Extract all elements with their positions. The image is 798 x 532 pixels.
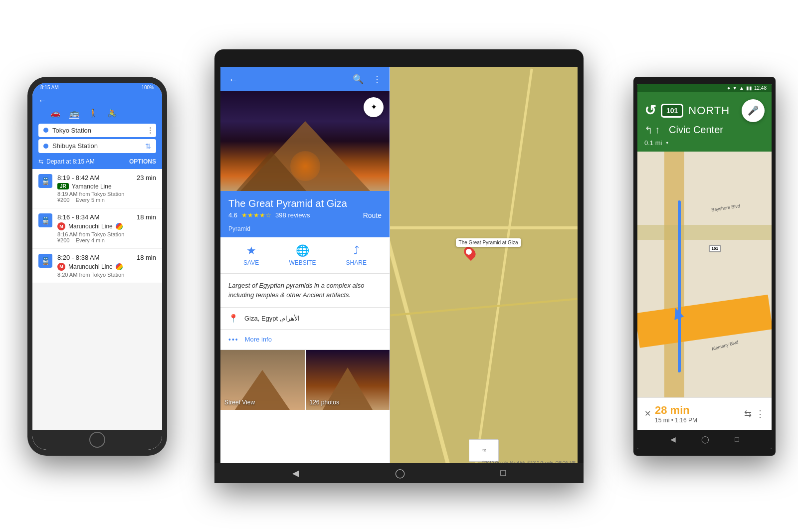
line-name-2: Marunouchi Line — [68, 223, 113, 230]
tablet-screen: ← 🔍 ⋮ ✦ The Great Pyramid at Giza — [220, 67, 578, 466]
route-options-button[interactable]: ⇆ — [744, 408, 752, 419]
distance-value: 0.1 mi — [644, 139, 662, 147]
distance-row: 0.1 mi • — [644, 139, 765, 147]
street-row: ↰ ↑ Civic Center — [644, 124, 765, 136]
car-mode-icon[interactable]: 🚗 — [50, 108, 60, 119]
map-road-1 — [390, 80, 450, 466]
website-button[interactable]: 🌐 WEBSITE — [289, 244, 316, 266]
route-time-row-2: 8:16 - 8:34 AM 18 min — [57, 213, 156, 221]
more-nav-options[interactable]: ⋮ — [756, 408, 765, 419]
place-name: The Great Pyramid at Giza — [228, 198, 382, 209]
route-item-3[interactable]: 🚆 8:20 - 8:38 AM 18 min M Marunouchi Lin… — [32, 249, 162, 283]
alemany-label: Alemany Blvd — [711, 340, 739, 352]
share-icon: ⤴ — [354, 244, 359, 257]
route-dur-1: 23 min — [137, 174, 156, 181]
origin-text: Tokyo Station — [52, 127, 144, 134]
transit-mode-icon[interactable]: 🚌 — [69, 108, 79, 119]
nav-highway-road — [637, 295, 772, 348]
direction-cardinal: NORTH — [688, 104, 737, 117]
route-item-1[interactable]: 🚆 8:19 - 8:42 AM 23 min JR Yamanote Line… — [32, 169, 162, 208]
iphone-home-area — [32, 430, 162, 450]
stars-icon: ★★★★☆ — [241, 211, 271, 219]
map-marker — [465, 246, 475, 259]
m-badge-3: M — [57, 263, 65, 271]
tablet-top-bar: ← 🔍 ⋮ — [220, 67, 390, 91]
route-times-3: 8:20 - 8:38 AM — [57, 254, 100, 261]
route-detail-1: 8:19 - 8:42 AM 23 min JR Yamanote Line 8… — [57, 174, 156, 203]
m-badge-2: M — [57, 222, 65, 230]
android-recents-button[interactable]: □ — [735, 435, 739, 443]
iphone-time: 8:15 AM — [40, 85, 59, 90]
tablet-nav-bar: ◀ ◯ □ — [214, 463, 584, 483]
android-nav-bar: ◀ ◯ □ — [637, 430, 772, 449]
place-info-header: The Great Pyramid at Giza 4.6 ★★★★☆ 398 … — [220, 191, 390, 223]
android-wifi-icon: ▼ — [732, 85, 737, 91]
tablet-map[interactable]: The Great Pyramid at Giza 🗺 ©2015 Google… — [390, 67, 578, 466]
bayshore-label: Bayshore Blvd — [711, 203, 741, 212]
route-dur-3: 18 min — [137, 254, 156, 261]
street-name-area: Civic Center — [669, 124, 765, 136]
navigation-map[interactable]: Bayshore Blvd Alemany Blvd 101 — [637, 152, 772, 397]
route-separator — [150, 127, 151, 134]
more-info-label: More info — [245, 336, 272, 343]
route-price-freq-2: ¥200 Every 4 min — [57, 237, 156, 243]
route-button[interactable]: Route — [363, 211, 382, 219]
route-item-2[interactable]: 🚆 8:16 - 8:34 AM 18 min M Marunouchi Lin… — [32, 208, 162, 249]
eta-time: 28 min — [655, 404, 740, 417]
place-address-row: 📍 Giza, Egypt ,الأهرام — [220, 308, 390, 330]
place-rating-row: 4.6 ★★★★☆ 398 reviews Route — [228, 211, 382, 219]
photo-strip: Street View 126 photos — [220, 350, 390, 410]
android-time: 12:48 — [754, 85, 767, 91]
destination-field[interactable]: Shibuya Station ⇅ — [38, 139, 156, 153]
route-detail-3: 8:20 - 8:38 AM 18 min M Marunouchi Line … — [57, 254, 156, 278]
nav-eta-bar: ✕ 28 min 15 mi • 1:16 PM ⇆ ⋮ — [637, 397, 772, 430]
android-home-button[interactable]: ◯ — [701, 435, 709, 443]
more-options-icon[interactable]: ⋮ — [373, 74, 382, 85]
search-icon[interactable]: 🔍 — [353, 74, 364, 85]
origin-field[interactable]: Tokyo Station — [38, 124, 156, 137]
review-count: 398 reviews — [275, 211, 310, 219]
map-thumbnail-label: 🗺 — [482, 449, 486, 452]
nav-road-tertiary — [637, 225, 772, 240]
tablet-left-panel: ← 🔍 ⋮ ✦ The Great Pyramid at Giza — [220, 67, 390, 466]
back-button[interactable]: ← — [228, 74, 238, 85]
iphone-back-arrow[interactable]: ← — [38, 96, 156, 105]
android-back-button[interactable]: ◀ — [670, 435, 676, 443]
tablet-nav-recents[interactable]: □ — [500, 468, 506, 478]
map-place-label: The Great Pyramid at Giza — [456, 238, 521, 247]
swap-button[interactable]: ⇅ — [145, 142, 151, 150]
compass-button[interactable]: ✦ — [364, 97, 384, 117]
share-button[interactable]: ⤴ SHARE — [346, 244, 367, 266]
tablet-nav-back[interactable]: ◀ — [292, 468, 299, 479]
walk-mode-icon[interactable]: 🚶 — [88, 108, 98, 119]
options-button[interactable]: OPTIONS — [129, 158, 156, 165]
origin-dot-icon — [43, 128, 48, 133]
map-road-4 — [391, 298, 578, 316]
save-button[interactable]: ★ SAVE — [243, 244, 259, 266]
action-buttons-row: ★ SAVE 🌐 WEBSITE ⤴ SHARE — [220, 237, 390, 274]
header-actions: 🔍 ⋮ — [353, 74, 382, 85]
bike-mode-icon[interactable]: 🚴 — [107, 108, 117, 119]
home-button[interactable] — [89, 432, 105, 448]
turn-left-icon: ↺ — [644, 102, 656, 119]
gallery-photo[interactable]: 126 photos — [306, 350, 390, 410]
route-line-row-2: M Marunouchi Line — [57, 222, 156, 230]
iphone-battery: 100% — [141, 85, 154, 90]
place-photo: ✦ — [220, 91, 390, 191]
dest-dot-icon — [43, 144, 48, 149]
street-view-photo[interactable]: Street View — [220, 350, 305, 410]
iphone-nav-bar: ← 🚗 🚌 🚶 🚴 Tokyo Station — [32, 92, 162, 169]
route-line-row-1: JR Yamanote Line — [57, 183, 156, 190]
pyramid-glow — [290, 151, 320, 181]
iphone-screen: 8:15 AM 100% ← 🚗 🚌 🚶 🚴 Tokyo Station — [32, 83, 162, 450]
website-icon: 🌐 — [296, 244, 309, 257]
nav-close-button[interactable]: ✕ — [644, 409, 651, 418]
eta-info: 28 min 15 mi • 1:16 PM — [655, 404, 740, 424]
depart-row: ⇆ Depart at 8:15 AM OPTIONS — [38, 155, 156, 165]
mic-button[interactable]: 🎤 — [742, 99, 765, 122]
route-from-1: 8:19 AM from Tokyo Station — [57, 191, 156, 197]
more-info-row[interactable]: ••• More info — [220, 330, 390, 350]
nav-route-line — [678, 200, 681, 372]
photo-count-label: 126 photos — [310, 399, 339, 406]
tablet-nav-home[interactable]: ◯ — [395, 468, 405, 479]
